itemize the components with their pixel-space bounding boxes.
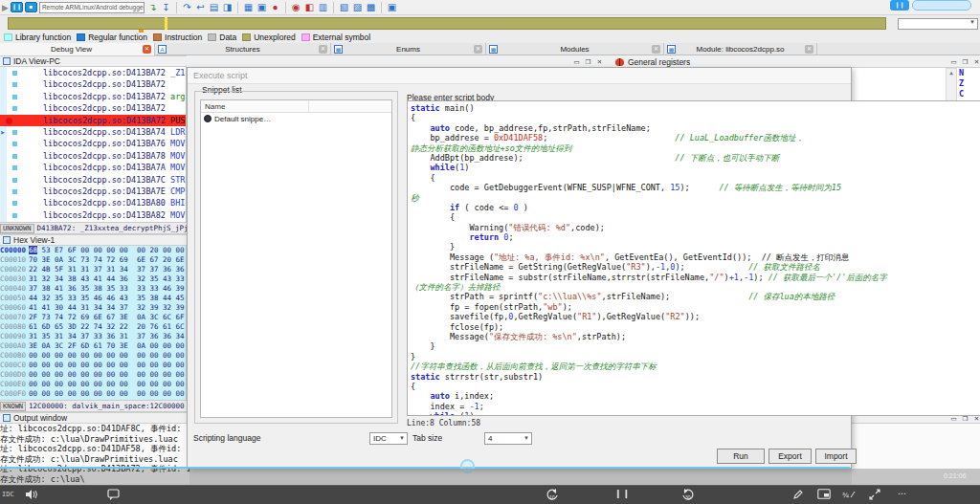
more-options-icon[interactable]: ⋯ <box>898 489 906 498</box>
close-icon[interactable]: ✕ <box>652 45 660 54</box>
tab-module-libcocos2dcpp-so[interactable]: ▦Module: libcocos2dcpp.so✕ <box>664 43 817 55</box>
hex-row[interactable]: C000B000 00 00 00 00 00 00 00 00 00 00 0… <box>0 351 186 361</box>
run-until-return-icon[interactable]: ↩ <box>194 1 207 13</box>
tab-debug-view[interactable]: Debug View✕ <box>0 43 155 55</box>
hex-row[interactable]: C0002022 4B 5F 31 31 37 31 34 37 37 36 3… <box>0 265 186 274</box>
pip-icon[interactable] <box>817 489 831 499</box>
stack-window-icon[interactable]: ▨ <box>351 1 364 13</box>
chat-icon[interactable] <box>107 489 120 500</box>
disasm-line[interactable]: libcocos2dcpp.so:D413BA72 <box>0 78 186 90</box>
hex-row[interactable]: C000D000 00 00 00 00 00 00 00 00 00 00 0… <box>0 370 186 380</box>
registers-window-icon[interactable]: ▩ <box>365 1 377 13</box>
import-button[interactable]: Import <box>815 449 857 464</box>
run-button[interactable]: Run <box>717 449 765 464</box>
stop-process-button[interactable]: ■ <box>25 2 37 12</box>
rewind-10-icon[interactable]: 10 <box>546 489 559 502</box>
fullscreen-icon[interactable] <box>869 489 880 500</box>
hex-row[interactable]: C0000068 53 E7 6F 00 00 00 00 00 20 00 0… <box>0 246 186 255</box>
play-icon[interactable]: ▶ <box>2 3 9 12</box>
playback-speed-icon[interactable]: ¾ <box>842 489 856 500</box>
scripting-language-select[interactable]: IDC▼ <box>369 432 408 445</box>
hex-row[interactable]: C0001070 3E 0A 3C 73 74 72 69 6E 67 20 6… <box>0 255 186 265</box>
minimize-icon[interactable]: ▭ <box>571 57 582 66</box>
trace-window-icon[interactable]: ▧ <box>338 1 350 13</box>
export-button[interactable]: Export <box>768 449 812 464</box>
hex-row[interactable]: C000702F 73 74 72 69 6E 67 3E 0A 3C 6C 6… <box>0 313 186 322</box>
cmdline-language-label[interactable]: IDC <box>2 491 14 498</box>
dialog-title[interactable]: Execute script <box>188 68 851 84</box>
register-flag-row[interactable]: C0 <box>959 89 980 99</box>
hex-view-header[interactable]: Hex View-1 <box>0 234 187 246</box>
script-editor[interactable]: static main(){ auto code, bp_addrese,fp,… <box>407 100 980 416</box>
tab-modules[interactable]: ▦Modules✕ <box>486 43 664 55</box>
tab-enums[interactable]: ▦Enums✕ <box>331 43 486 55</box>
hex-view[interactable]: C0000068 53 E7 6F 00 00 00 00 00 20 00 0… <box>0 246 187 400</box>
pause-icon[interactable]: ❙❙ <box>614 489 631 498</box>
close-icon[interactable]: ✕ <box>143 45 151 54</box>
disasm-line[interactable]: libcocos2dcpp.so:D413BA78 MOVS <box>0 150 186 162</box>
navband-combo[interactable]: ▼ <box>898 18 978 30</box>
hex-row[interactable]: C0005044 32 35 33 35 46 46 43 35 38 44 4… <box>0 294 186 303</box>
step-into-icon[interactable]: ↧ <box>160 1 172 13</box>
disasm-line[interactable]: libcocos2dcpp.so:D413BA7E CMP <box>0 186 186 197</box>
disasm-line[interactable]: libcocos2dcpp.so:D413BA74 LDR➤ <box>0 126 186 138</box>
ida-view-header[interactable]: IDA View-PC <box>0 55 187 67</box>
register-flag-row[interactable]: Z0 <box>959 78 980 89</box>
hex-row[interactable]: C0008061 6D 65 3D 22 74 32 22 20 76 61 6… <box>0 322 186 332</box>
watch-list-icon[interactable]: ▥ <box>317 1 329 13</box>
windows-icon[interactable]: ◨ <box>221 1 234 13</box>
close-icon[interactable]: ✕ <box>971 57 980 66</box>
tab-size-select[interactable]: 4▼ <box>484 432 532 445</box>
close-icon[interactable]: ✕ <box>805 45 813 54</box>
disasm-line[interactable]: libcocos2dcpp.so:D413BA72 <box>0 102 186 114</box>
hex-selected-byte[interactable]: 68 <box>29 246 37 254</box>
disasm-line[interactable]: libcocos2dcpp.so:D413BA72 _Z13xxte <box>0 67 186 78</box>
disasm-line[interactable]: libcocos2dcpp.so:D413BA7A MOVS <box>0 162 186 173</box>
hex-row[interactable]: C0009031 35 31 34 37 33 36 31 37 36 36 3… <box>0 332 186 341</box>
float-icon[interactable]: ❐ <box>960 57 970 66</box>
close-icon[interactable]: ✕ <box>474 45 482 54</box>
module-list-icon[interactable]: ▣ <box>256 1 268 13</box>
disasm-line[interactable]: libcocos2dcpp.so:D413BA7C STR <box>0 174 186 186</box>
hex-row[interactable]: C0003031 32 34 38 43 41 44 36 32 35 43 3… <box>0 274 186 284</box>
disasm-line[interactable]: libcocos2dcpp.so:D413BA72 PUSH <box>0 115 186 126</box>
float-icon[interactable]: ❐ <box>583 57 593 66</box>
disasm-line[interactable]: libcocos2dcpp.so:D413BA76 MOVS <box>0 138 186 149</box>
minimize-icon[interactable]: ▭ <box>948 57 959 66</box>
volume-icon[interactable] <box>25 489 38 500</box>
snippet-list[interactable]: Name Default snippe… <box>200 99 392 418</box>
hex-row[interactable]: C000F000 00 00 00 00 00 00 00 00 00 00 0… <box>0 389 186 399</box>
debugger-select[interactable]: Remote ARMLinux/Android debugger▼ <box>39 2 145 13</box>
step-over-icon[interactable]: ↷ <box>181 1 193 13</box>
thread-list-icon[interactable]: ▦ <box>242 1 255 13</box>
disasm-line[interactable]: libcocos2dcpp.so:D413BA80 BHI <box>0 197 186 208</box>
forward-30-icon[interactable]: 30 <box>681 489 695 502</box>
register-flag-row[interactable]: N1 <box>959 68 980 78</box>
disasm-line[interactable]: libcocos2dcpp.so:D413BA82 MOVS <box>0 209 186 221</box>
video-overlay-pill[interactable] <box>912 0 971 11</box>
breakpoint-add-icon[interactable]: ◉ <box>290 1 302 13</box>
open-subview-icon[interactable]: ▤ <box>208 1 220 13</box>
breakpoint-dot[interactable] <box>6 118 12 124</box>
close-icon[interactable]: ✕ <box>319 45 327 54</box>
disasm-line[interactable]: libcocos2dcpp.so:D413BA72 arg_0= <box>0 91 186 102</box>
hex-row[interactable]: C0004037 38 41 36 35 38 35 33 33 33 46 3… <box>0 284 186 294</box>
hex-row[interactable]: C000A03E 0A 3C 2F 6D 61 70 3E 0A 00 00 0… <box>0 341 186 351</box>
hex-row[interactable]: C0006041 41 30 44 31 34 34 37 32 39 32 3… <box>0 303 186 313</box>
tab-structures[interactable]: AStructures✕ <box>155 43 331 55</box>
output-window-header[interactable]: Output window <box>0 412 187 424</box>
navigation-band[interactable] <box>8 17 886 30</box>
breakpoint-list-icon[interactable]: ◧ <box>303 1 316 13</box>
segments-icon[interactable]: ▣ <box>386 1 398 13</box>
pause-process-button[interactable]: ❙❙ <box>11 2 23 12</box>
hex-row[interactable]: C000C000 00 00 00 00 00 00 00 00 00 00 0… <box>0 361 186 370</box>
disassembly-view[interactable]: libcocos2dcpp.so:D413BA72 _Z13xxtelibcoc… <box>0 67 187 222</box>
run-to-cursor-icon[interactable]: ↴ <box>146 1 159 13</box>
snippet-item[interactable]: Default snippe… <box>201 113 391 124</box>
script-code[interactable]: static main(){ auto code, bp_addrese,fp,… <box>411 103 980 415</box>
snippet-name-column[interactable]: Name <box>201 100 391 113</box>
breakpoint-icon[interactable]: ● <box>269 1 281 13</box>
video-pause-button[interactable]: ❙❙ <box>890 0 909 11</box>
annotate-pencil-icon[interactable] <box>792 489 804 500</box>
hex-row[interactable]: C000E000 00 00 00 00 00 00 00 00 00 00 0… <box>0 380 186 389</box>
